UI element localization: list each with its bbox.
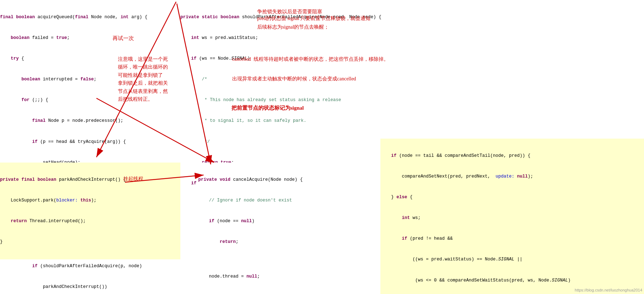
code-area: final boolean acquireQueued(final Node n…	[0, 0, 644, 294]
loop-annotation: 注意哦，这里是一个死循环，唯一跳出循环的可能性就是拿到锁了拿到锁之后，就把相关节…	[118, 55, 180, 103]
cancelled-annotation: cancelled 线程等待超时或者被中断的状态，把这些节点丢掉，移除掉。	[232, 55, 446, 63]
cancel-acquire-panel: private void cancelAcquire(Node node) { …	[198, 163, 402, 294]
retry-annotation: 再试一次	[113, 34, 134, 43]
signal-label-annotation: 把前置节点的状态标记为signal	[231, 104, 304, 112]
exception-annotation: 出现异常或者主动触发中断的时候，状态会变成cancelled	[232, 75, 439, 83]
park-annotation: 挂起线程	[123, 175, 143, 183]
right-code-panel: if (node == tail && compareAndSetTail(no…	[380, 139, 644, 294]
watermark: https://blog.csdn.net/luozhonghua2014	[575, 288, 642, 292]
signal-annotation: pred的状态值 signal 只要前置节点释放锁，就会通知后续标志为signa…	[257, 14, 443, 31]
park-code-panel: private final boolean parkAndCheckInterr…	[0, 163, 186, 259]
